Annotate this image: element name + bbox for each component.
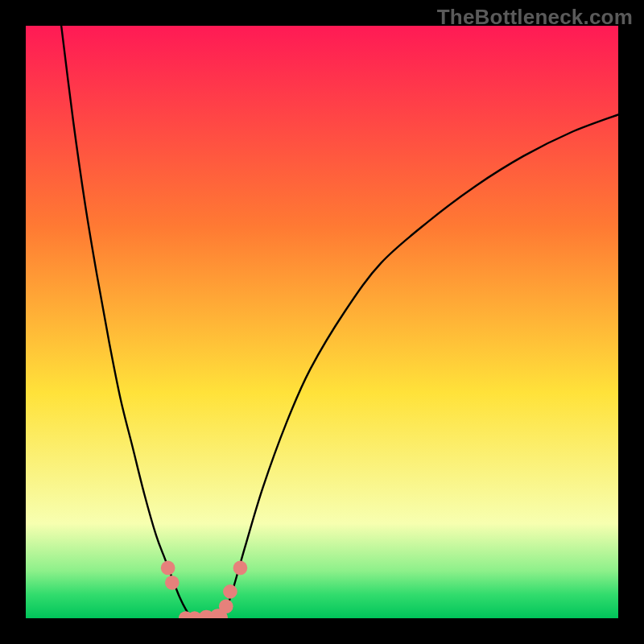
data-marker — [165, 576, 180, 590]
data-marker — [233, 561, 248, 576]
plot-area — [26, 26, 618, 618]
data-marker — [223, 584, 237, 599]
data-marker — [161, 561, 175, 576]
data-marker — [219, 599, 233, 613]
chart-svg — [26, 26, 618, 618]
chart-frame: TheBottleneck.com — [0, 0, 644, 644]
gradient-background — [26, 26, 618, 618]
